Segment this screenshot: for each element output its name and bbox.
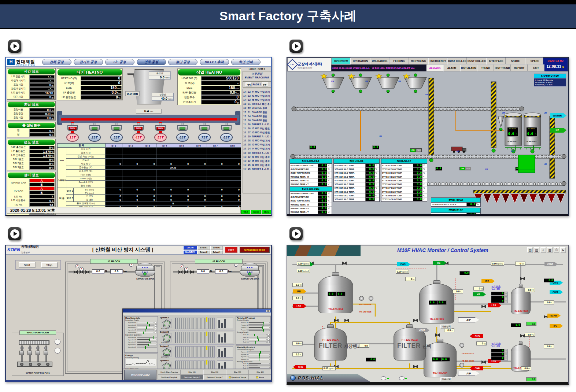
nav-tab[interactable]: 연주 공정 [137,59,166,65]
line-tag: VENT [544,262,558,266]
toolbar-icon[interactable]: ▤ [527,247,533,253]
menu-button[interactable]: EMERGENCY [428,58,448,64]
impact-slider[interactable]: System A [237,351,270,353]
start-button[interactable]: Start [19,262,36,268]
quality-slider[interactable]: Ingredient E [125,331,157,334]
toolbar-icon[interactable]: ⎙ [554,247,559,253]
filter-nav-button[interactable]: Hourly Filters Overview [158,370,181,375]
alarm-button[interactable]: ALARM [443,64,460,71]
window-menubar[interactable] [123,313,271,315]
quality-slider[interactable]: Ingredient B [125,324,157,326]
alarm-button[interactable]: EXIT [528,64,544,71]
select4-button[interactable]: Select4 [210,250,223,254]
strand: 7ST [194,123,215,143]
jump-button-koen[interactable] [8,227,21,240]
alarm-button[interactable]: HIST TREND [494,64,511,71]
login-button[interactable]: LOGIN [183,246,197,250]
event-row: 17 : 06CHARGE 종료 [243,119,270,122]
nav-tab[interactable]: BILLET 추적 [200,59,229,65]
storage-level-slider[interactable]: Tank B [237,336,270,339]
remaining-steel-box: 잔탕량40.0 tons [152,93,174,101]
pressure-value: 0.0 [110,269,123,274]
impact-slider[interactable]: System C [237,356,270,358]
main-button[interactable]: MAIN화면 [183,250,197,254]
strand-number: 8ST [220,133,233,142]
on-off-indicator[interactable]: ONOFF [459,167,471,170]
page-prev-button[interactable]: ◀◀ [245,82,252,86]
jump-button-gunjang[interactable] [289,40,303,53]
menu-button[interactable]: UNLOADING [370,58,389,64]
alarm-buttons: ALM ACKALARMHIST ALARMTRENDHIST TRENDREP… [427,64,544,71]
nav-tab[interactable]: L/F 공정 [105,59,134,65]
alarm-button[interactable]: HIST ALARM [460,64,477,71]
alarm-button[interactable]: TREND [477,64,494,71]
select3-button[interactable]: Select3 [210,246,223,250]
filter-nav-button[interactable]: Filter 300 [226,370,249,375]
dashboard-nav-button[interactable]: Dashboard Sample A [158,375,181,380]
alarm-button[interactable]: ALM ACK [427,64,443,71]
nav-tab[interactable]: 전기로 공정 [74,59,103,65]
exit-button[interactable]: EXIT [225,247,237,253]
toolbar-icon[interactable]: ⌕ [540,247,546,253]
filter-nav-button[interactable]: Filter 200 [203,370,226,375]
gunjang-clock: 2020-03-02 12:08:33월 [543,58,568,71]
toolbar-icon[interactable]: ▦ [547,247,553,253]
jump-button-hyundai[interactable] [8,40,21,53]
menu-button[interactable]: FEEDING [389,58,409,64]
event-row: 11 : 42#5 M/D 주입 종료 [243,160,270,163]
jump-button-hvac[interactable] [289,227,303,240]
block2-label: #2 BLOCK [195,259,243,264]
menu-button[interactable]: SPARE [525,58,544,64]
close-icon[interactable] [268,310,270,312]
toolbar-icon[interactable]: ➤ [560,247,566,253]
filter-nav-button[interactable]: Filter 400 [249,370,272,375]
dashboard-nav-button[interactable]: Dashboard Sample C [203,375,226,380]
nav-tab[interactable]: 화면 인쇄 [231,59,261,65]
silo2-temp-table: 5CH-SI-02 5TT-5101 SILO TEMP.0.0℃5TT-510… [381,159,427,202]
menu-button[interactable]: RECYCLING [409,58,428,64]
on-off-indicator[interactable]: ONOFF [410,148,422,152]
status-button[interactable]: CCM [251,210,261,214]
system-row: System A AUTOMATIC [159,316,235,330]
status-indicator [399,376,405,380]
menu-button[interactable]: OVERVIEW [331,58,351,64]
dashboard-nav-button[interactable]: Alarms [249,375,272,380]
tank-label: TK-120-003 [424,371,457,375]
aip-arrow: AIP [458,317,479,322]
play-arrow-icon [292,229,301,238]
status-button[interactable]: VAX [241,210,250,214]
info-row: LF 출강량0.0Ton [57,90,122,95]
quality-slider[interactable]: Ingredient C [125,326,157,329]
toolbar-icon[interactable]: ▥ [534,247,539,253]
transfer-select-button[interactable]: 이송선택 [440,377,452,381]
alarm-button[interactable]: REPORT [511,64,528,71]
koen-titlebar: KOEN 한국남동발전영흥본부 [ 산화철 비산 방지 시스템 ] LOGIN … [6,245,271,255]
menu-button[interactable]: DUST COLLEC [447,58,467,64]
menu-button[interactable]: SPARE [506,58,525,64]
quality-slider[interactable]: Ingredient D [125,329,157,331]
menu-button[interactable]: DUST COLLEC [467,58,486,64]
storage-level-slider[interactable]: Tank C [237,339,270,341]
select1-button[interactable]: Select1 [197,246,210,250]
stop-button[interactable]: Stop [41,262,58,268]
storage-level-slider[interactable]: Tank D [237,341,270,344]
silo1-temp-table: 5CH-SI-01 5TT-5001 SILO TEMP.0.0℃5TT-500… [333,159,380,202]
dashboard-nav-button[interactable]: Operational Sample [226,375,249,380]
info-row: 강 종(M)0 [57,81,122,85]
dashboard-nav-button[interactable]: Dashboard Sample B [181,375,203,380]
impact-slider[interactable]: System D [237,358,270,360]
nav-tab[interactable]: 전체 공정 [42,59,71,65]
nav-tab[interactable]: 절단 공정 [168,59,197,65]
menu-button[interactable]: INTERFACE [486,58,506,64]
minimize-icon[interactable] [266,310,268,312]
window-titlebar[interactable] [123,309,271,313]
quality-slider[interactable]: Ingredient A [125,321,157,324]
page-next-button[interactable]: ▶▶ [262,82,268,86]
select2-button[interactable]: Select2 [197,250,210,254]
filter-nav-button[interactable]: Filter 100 [181,370,203,375]
impact-slider[interactable]: System B [237,353,270,356]
storage-level-slider[interactable]: Tank A [237,333,270,336]
status-button[interactable]: MES [262,210,271,214]
menu-button[interactable]: OPERATION [351,58,370,64]
transfer-select-button[interactable]: 이송선택 [440,325,452,329]
